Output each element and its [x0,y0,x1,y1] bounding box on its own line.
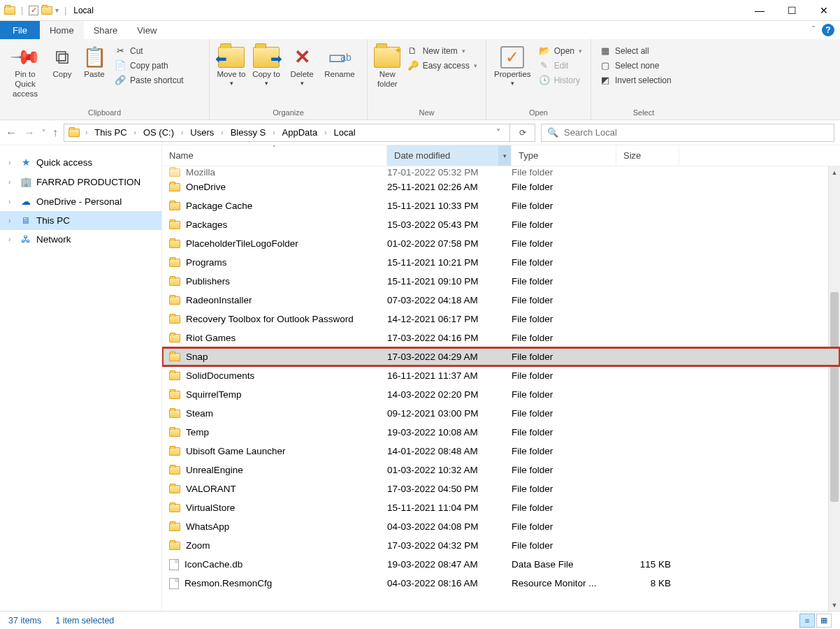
qat-dropdown-icon[interactable]: ▾ [55,6,59,14]
select-none-button[interactable]: ▢Select none [600,59,672,71]
select-all-button[interactable]: ▦Select all [600,45,672,57]
up-button[interactable]: ↑ [52,126,58,139]
table-row[interactable]: UnrealEngine 01-03-2022 10:32 AM File fo… [162,461,840,479]
breadcrumb-item[interactable]: Blessy S [229,127,268,138]
tab-file[interactable]: File [0,21,40,39]
table-row[interactable]: Resmon.ResmonCfg 04-03-2022 08:16 AM Res… [162,574,840,593]
scrollbar-thumb[interactable] [830,292,839,502]
rename-button[interactable]: ▭ab Rename [320,42,359,82]
breadcrumb-item[interactable]: AppData [281,127,319,138]
breadcrumb-item[interactable]: Local [332,127,356,138]
tab-share[interactable]: Share [84,21,128,39]
edit-icon: ✎ [539,60,550,71]
vertical-scrollbar[interactable]: ▲ ▼ [828,166,840,611]
minimize-button[interactable]: — [744,0,776,21]
copy-path-button[interactable]: 📄Copy path [115,59,184,71]
copy-to-button[interactable]: ➡ Copy to▾ [249,42,284,90]
column-header-name[interactable]: Name ˄ [162,145,387,166]
table-row[interactable]: SolidDocuments 16-11-2021 11:37 AM File … [162,366,840,385]
table-row[interactable]: Zoom 17-03-2022 04:32 PM File folder [162,536,840,555]
address-dropdown-icon[interactable]: ˅ [492,127,505,138]
recent-locations-button[interactable]: ˅ [42,129,45,136]
qat-open-icon[interactable] [41,6,52,15]
chevron-icon[interactable]: › [8,159,15,166]
chevron-icon[interactable]: › [178,129,186,136]
sidebar-item[interactable]: › 🖥 This PC [0,211,161,230]
breadcrumb-item[interactable]: Users [189,127,215,138]
refresh-button[interactable]: ⟳ [510,124,535,142]
content-pane: Name ˄ Date modified ▾ Type Size Mozilla… [162,145,840,611]
details-view-button[interactable]: ≡ [799,614,815,628]
invert-selection-button[interactable]: ◩Invert selection [600,74,672,86]
chevron-icon[interactable]: › [321,129,329,136]
table-row[interactable]: Package Cache 15-11-2021 10:33 PM File f… [162,196,840,215]
help-icon[interactable]: ? [822,24,834,36]
search-box[interactable]: 🔍 Search Local [541,124,834,142]
sidebar-item[interactable]: › 🖧 Network [0,230,161,249]
table-row[interactable]: VALORANT 17-03-2022 04:50 PM File folder [162,479,840,498]
file-name: Programs [186,257,227,268]
easy-access-button[interactable]: 🔑Easy access ▾ [407,59,477,71]
table-row[interactable]: PlaceholderTileLogoFolder 01-02-2022 07:… [162,234,840,253]
folder-icon [169,202,180,210]
column-header-date[interactable]: Date modified ▾ [387,145,512,166]
chevron-icon[interactable]: › [8,217,15,224]
maximize-button[interactable]: ☐ [776,0,808,21]
table-row[interactable]: Mozilla17-01-2022 05:32 PMFile folder [162,166,840,178]
new-folder-button[interactable]: ✦ New folder [372,42,403,92]
scroll-down-icon[interactable]: ▼ [829,599,840,611]
table-row[interactable]: Recovery Toolbox for Outlook Password 14… [162,310,840,328]
table-row[interactable]: Riot Games 17-03-2022 04:16 PM File fold… [162,328,840,347]
chevron-icon[interactable]: › [270,129,277,136]
chevron-icon[interactable]: › [8,178,15,186]
breadcrumb-item[interactable]: This PC [93,127,128,138]
table-row[interactable]: Ubisoft Game Launcher 14-01-2022 08:48 A… [162,442,840,461]
paste-shortcut-button[interactable]: 🔗Paste shortcut [115,74,184,86]
close-button[interactable]: ✕ [808,0,840,21]
tab-view[interactable]: View [127,21,166,39]
chevron-icon[interactable]: › [82,129,90,136]
tab-home[interactable]: Home [40,21,84,39]
column-dropdown-icon[interactable]: ▾ [498,145,511,166]
table-row[interactable]: Temp 19-03-2022 10:08 AM File folder [162,423,840,442]
table-row[interactable]: WhatsApp 04-03-2022 04:08 PM File folder [162,517,840,536]
table-row[interactable]: Programs 15-11-2021 10:21 PM File folder [162,253,840,272]
table-row[interactable]: IconCache.db 19-03-2022 08:47 AM Data Ba… [162,555,840,574]
table-row[interactable]: VirtualStore 15-11-2021 11:04 PM File fo… [162,498,840,517]
collapse-ribbon-icon[interactable]: ˆ [812,25,815,35]
open-icon: 📂 [539,45,550,56]
new-item-button[interactable]: 🗋New item ▾ [407,45,477,57]
sidebar-item[interactable]: › 🏢 FARRAD PRODUCTION [0,172,161,191]
copy-button[interactable]: ⧉ Copy [46,42,78,82]
column-header-size[interactable]: Size [616,145,679,166]
sidebar-item[interactable]: › ☁ OneDrive - Personal [0,191,161,211]
table-row[interactable]: Packages 15-03-2022 05:43 PM File folder [162,215,840,234]
back-button[interactable]: ← [6,126,17,139]
table-row[interactable]: Snap 17-03-2022 04:29 AM File folder [162,347,840,366]
column-header-type[interactable]: Type [512,145,616,166]
scroll-up-icon[interactable]: ▲ [829,166,840,178]
delete-button[interactable]: ✕ Delete▾ [284,42,320,90]
paste-button[interactable]: 📋 Paste [78,42,110,82]
icons-view-button[interactable]: ▦ [816,614,832,628]
breadcrumb-item[interactable]: OS (C:) [142,127,175,138]
copy-icon: ⧉ [55,45,69,70]
address-bar[interactable]: › This PC › OS (C:) › Users › Blessy S ›… [64,124,510,142]
table-row[interactable]: Steam 09-12-2021 03:00 PM File folder [162,404,840,423]
table-row[interactable]: SquirrelTemp 14-03-2022 02:20 PM File fo… [162,385,840,404]
move-to-button[interactable]: ⬅ Move to▾ [214,42,249,90]
chevron-icon[interactable]: › [8,198,15,205]
qat-properties-icon[interactable]: ✓ [29,6,38,15]
open-button[interactable]: 📂Open ▾ [539,45,582,57]
table-row[interactable]: Publishers 15-11-2021 09:10 PM File fold… [162,272,840,291]
chevron-icon[interactable]: › [8,236,15,243]
chevron-icon[interactable]: › [218,129,226,136]
properties-button[interactable]: ✓ Properties▾ [491,42,535,90]
table-row[interactable]: RadeonInstaller 07-03-2022 04:18 AM File… [162,291,840,310]
pin-to-quick-access-button[interactable]: 📌 Pin to Quick access [4,42,46,101]
group-label-select: Select [591,107,696,120]
chevron-icon[interactable]: › [131,129,139,136]
table-row[interactable]: OneDrive 25-11-2021 02:26 AM File folder [162,178,840,196]
sidebar-item[interactable]: › ★ Quick access [0,152,161,172]
cut-button[interactable]: ✂Cut [115,45,184,57]
